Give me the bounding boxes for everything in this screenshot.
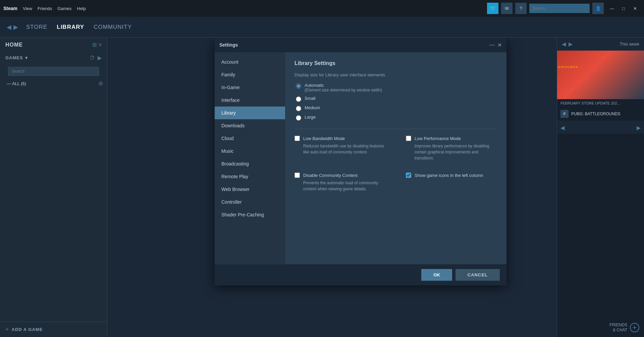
store-update-label: FEBRUARY STORE UPDATE 202... <box>560 101 641 105</box>
close-button[interactable]: ✕ <box>629 3 641 14</box>
settings-nav-interface[interactable]: Interface <box>215 94 285 107</box>
checkbox-performance-label: Low Performance Mode <box>415 136 461 141</box>
games-label: GAMES ▾ <box>5 55 28 60</box>
settings-nav-broadcasting[interactable]: Broadcasting <box>215 157 285 170</box>
nav-links: STORE LIBRARY COMMUNITY <box>26 24 132 30</box>
play-icon[interactable]: ▶ <box>98 55 102 61</box>
radio-auto-label: Automatic <box>305 83 382 88</box>
checkbox-option-bandwidth: Low Bandwidth Mode <box>294 136 386 141</box>
settings-nav-downloads[interactable]: Downloads <box>215 119 285 132</box>
this-week-prev-arrow[interactable]: ◀ <box>562 41 566 47</box>
games-actions: ⏱ ▶ <box>90 55 102 61</box>
this-week-header: ◀ ▶ This week <box>557 38 644 51</box>
dialog-close-button[interactable]: ✕ <box>497 42 502 48</box>
friends-chat-label: FRIENDS& CHAT <box>609 323 627 333</box>
settings-nav-remoteplay[interactable]: Remote Play <box>215 170 285 183</box>
game-card[interactable]: FEBRUARY STORE UPDATE 202... P PUBG: BAT… <box>557 51 644 121</box>
nav-arrows: ◀ ▶ <box>7 23 18 31</box>
nav-bar: ◀ ▶ STORE LIBRARY COMMUNITY <box>0 17 644 38</box>
checkbox-bandwidth-label: Low Bandwidth Mode <box>303 136 345 141</box>
dialog-title-bar: Settings — ✕ <box>215 38 506 52</box>
checkbox-row-bottom: Disable Community Content Prevents the a… <box>294 173 497 192</box>
add-game-plus-icon: + <box>5 326 9 333</box>
settings-section-title: Library Settings <box>294 60 497 66</box>
sidebar-view-icons: ⊞ ≡ <box>92 42 102 48</box>
sidebar: HOME ⊞ ≡ GAMES ▾ ⏱ ▶ — ALL (6) ⚙ + <box>0 38 107 337</box>
settings-nav-family[interactable]: Family <box>215 68 285 81</box>
nav-library[interactable]: LIBRARY <box>57 24 84 30</box>
help-icon-btn[interactable]: ? <box>515 3 527 14</box>
radio-medium-label: Medium <box>305 105 320 110</box>
checkbox-community-label: Disable Community Content <box>303 173 358 178</box>
sidebar-home-label: HOME <box>5 42 23 48</box>
settings-nav-controller[interactable]: Controller <box>215 196 285 208</box>
back-arrow[interactable]: ◀ <box>7 23 11 31</box>
sidebar-filter: — ALL (6) ⚙ <box>4 80 103 87</box>
settings-nav-cloud[interactable]: Cloud <box>215 132 285 145</box>
right-panel-next-arrow[interactable]: ▶ <box>637 125 641 131</box>
games-dropdown-arrow[interactable]: ▾ <box>25 55 28 60</box>
all-games-label[interactable]: — ALL (6) <box>4 80 29 87</box>
checkbox-low-bandwidth[interactable] <box>294 136 300 141</box>
filter-icon[interactable]: ⚙ <box>98 80 103 87</box>
grid-view-icon[interactable]: ⊞ <box>92 42 97 48</box>
this-week-label: This week <box>620 42 639 47</box>
settings-nav-shaderprecaching[interactable]: Shader Pre-Caching <box>215 208 285 221</box>
menu-view[interactable]: View <box>23 6 32 11</box>
menu-steam[interactable]: Steam <box>3 6 17 11</box>
settings-nav-music[interactable]: Music <box>215 145 285 157</box>
settings-nav-webbrowser[interactable]: Web Browser <box>215 183 285 196</box>
window-controls: — □ ✕ <box>606 3 641 14</box>
add-friend-icon[interactable]: + <box>630 323 639 332</box>
display-size-desc: Display size for Library user interface … <box>294 72 497 77</box>
sidebar-search-input[interactable] <box>8 67 99 76</box>
radio-auto-input[interactable] <box>296 83 301 89</box>
checkbox-disable-community[interactable] <box>294 173 300 178</box>
mail-icon-btn[interactable]: ✉ <box>501 3 513 14</box>
radio-small-input[interactable] <box>296 96 301 102</box>
settings-nav-library[interactable]: Library <box>215 107 285 119</box>
right-bottom: FRIENDS& CHAT + <box>557 134 644 337</box>
ok-button[interactable]: OK <box>421 269 452 281</box>
dialog-minimize-button[interactable]: — <box>489 42 495 48</box>
right-panel-arrows-row: ◀ ▶ <box>557 122 644 134</box>
settings-content: Library Settings Display size for Librar… <box>285 52 506 264</box>
radio-large-input[interactable] <box>296 115 301 121</box>
this-week-next-arrow[interactable]: ▶ <box>569 41 573 47</box>
radio-option-small: Small <box>296 96 497 102</box>
recent-games-icon[interactable]: ⏱ <box>90 55 95 61</box>
friends-chat-bar: FRIENDS& CHAT + <box>557 319 644 337</box>
add-game-label: ADD A GAME <box>12 327 43 332</box>
friend-activity-icon-btn[interactable]: 👤 <box>592 3 604 14</box>
add-game-bar[interactable]: + ADD A GAME <box>0 322 107 337</box>
menu-friends[interactable]: Friends <box>38 6 52 11</box>
dialog-footer: OK CANCEL <box>215 264 506 285</box>
cancel-button[interactable]: CANCEL <box>455 269 500 281</box>
menu-games[interactable]: Games <box>57 6 71 11</box>
radio-medium-input[interactable] <box>296 106 301 111</box>
radio-small-label: Small <box>305 96 316 101</box>
right-panel-prev-arrow[interactable]: ◀ <box>560 125 565 131</box>
checkbox-show-icons[interactable] <box>406 173 411 178</box>
title-bar-right: 🛡 ✉ ? 👤 — □ ✕ <box>487 3 641 14</box>
forward-arrow[interactable]: ▶ <box>13 23 18 31</box>
title-bar: Steam View Friends Games Help 🛡 ✉ ? 👤 — … <box>0 0 644 17</box>
menu-help[interactable]: Help <box>77 6 86 11</box>
divider <box>294 129 497 129</box>
minimize-button[interactable]: — <box>606 3 618 14</box>
checkbox-low-performance[interactable] <box>406 136 411 141</box>
global-search-input[interactable] <box>529 4 590 13</box>
list-view-icon[interactable]: ≡ <box>99 42 102 48</box>
checkbox-group-performance: Low Performance Mode Improves library pe… <box>406 136 497 161</box>
settings-nav-account[interactable]: Account <box>215 56 285 68</box>
maximize-button[interactable]: □ <box>618 3 629 14</box>
nav-community[interactable]: COMMUNITY <box>94 24 132 30</box>
settings-nav: Account Family In-Game Interface Library… <box>215 52 285 264</box>
game-title: PUBG: BATTLEGROUNDS <box>571 112 620 116</box>
sidebar-search-container <box>0 64 107 79</box>
steamguard-icon-btn[interactable]: 🛡 <box>487 3 498 14</box>
radio-group: Automatic (Element size determined by wi… <box>294 83 497 121</box>
settings-nav-ingame[interactable]: In-Game <box>215 81 285 94</box>
nav-store[interactable]: STORE <box>26 24 47 30</box>
content-area: Settings — ✕ Account Family In-Game Inte… <box>107 38 557 337</box>
